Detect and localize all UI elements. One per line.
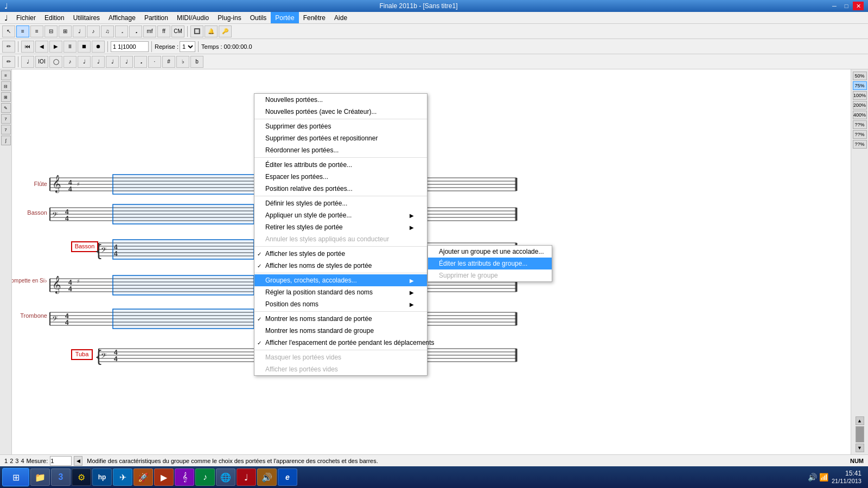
menu-regler-position[interactable]: Régler la position standard des noms▶ — [254, 286, 427, 298]
menu-nouvelles-portees[interactable]: Nouvelles portées... — [254, 94, 427, 106]
tool-staff-8[interactable]: 𝅗 — [115, 25, 128, 37]
taskbar-app6[interactable]: ♩ — [237, 468, 256, 486]
menu-outils[interactable]: Outils — [246, 12, 271, 23]
taskbar-app5[interactable]: ♪ — [195, 468, 215, 486]
menu-fichier[interactable]: Fichier — [12, 12, 40, 23]
taskbar-ie[interactable]: e — [278, 468, 297, 486]
tool-14[interactable]: 🔲 — [190, 25, 203, 37]
taskbar-app4[interactable]: ▶ — [154, 468, 174, 486]
menu-reordonner[interactable]: Réordonner les portées... — [254, 144, 427, 156]
tool-staff-5[interactable]: ♩ — [73, 25, 86, 37]
tool-staff-10[interactable]: mf — [143, 25, 156, 37]
tool-t14[interactable]: b — [190, 56, 203, 68]
tool-t7[interactable]: ♩ — [92, 56, 105, 68]
scroll-thumb[interactable] — [856, 426, 864, 442]
tool-t11[interactable]: · — [148, 56, 161, 68]
menu-nouvelles-portees-createur[interactable]: Nouvelles portées (avec le Créateur)... — [254, 106, 427, 118]
tool-t8[interactable]: ♩ — [106, 56, 119, 68]
menu-afficher-noms-styles[interactable]: ✓Afficher les noms de styles de portée — [254, 260, 427, 272]
tool-t5[interactable]: ♪ — [63, 56, 76, 68]
reprise-select[interactable]: 1 — [180, 41, 195, 52]
zoom-75[interactable]: 75% — [853, 81, 867, 90]
tool-t10[interactable]: 𝅘 — [134, 56, 147, 68]
zoom-custom2[interactable]: ??% — [853, 130, 867, 139]
taskbar-finale[interactable]: 𝄞 — [175, 468, 194, 486]
taskbar-app7[interactable]: 🔊 — [257, 468, 277, 486]
btn-rec[interactable]: ⏺ — [92, 41, 105, 53]
taskbar-app2[interactable]: ✈ — [113, 468, 132, 486]
tool-t13[interactable]: ♭ — [176, 56, 189, 68]
btn-prev[interactable]: ◀ — [35, 41, 48, 53]
taskbar-app1[interactable]: ⚙ — [72, 468, 91, 486]
taskbar-3d[interactable]: 3 — [51, 468, 71, 486]
measure-input[interactable] — [111, 41, 149, 52]
zoom-custom3[interactable]: ??% — [853, 140, 867, 149]
tool-staff-12[interactable]: CM — [171, 25, 184, 37]
menu-montrer-noms-portee[interactable]: ✓Montrer les noms standard de portée — [254, 313, 427, 325]
menu-edition[interactable]: Edition — [40, 12, 69, 23]
left-tool-7[interactable]: ∫ — [1, 136, 11, 145]
tool-t12[interactable]: # — [162, 56, 175, 68]
tool-staff-1[interactable]: ≡ — [16, 25, 29, 37]
taskbar-hp[interactable]: hp — [92, 468, 112, 486]
btn-play[interactable]: ▶ — [49, 41, 62, 53]
menu-position-noms[interactable]: Position des noms▶ — [254, 298, 427, 310]
left-tool-2[interactable]: ⊟ — [1, 81, 11, 91]
menu-definir-styles[interactable]: Définir les styles de portée... — [254, 197, 427, 209]
menu-position-relative[interactable]: Position relative des portées... — [254, 183, 427, 195]
submenu-ajouter-groupe[interactable]: Ajouter un groupe et une accolade... — [428, 246, 552, 258]
menu-editer-attributs-portee[interactable]: Éditer les attributs de portée... — [254, 159, 427, 171]
tool-t1[interactable]: ✏ — [2, 56, 15, 68]
tool-staff-4[interactable]: ⊞ — [59, 25, 72, 37]
tool-t2[interactable]: ♩ — [21, 56, 34, 68]
page-num-4[interactable]: 4 — [21, 458, 24, 464]
tool-staff-11[interactable]: ff — [157, 25, 170, 37]
mesure-prev[interactable]: ◀ — [74, 456, 82, 466]
scroll-down[interactable]: ▼ — [856, 444, 864, 452]
left-tool-3[interactable]: ⊞ — [1, 92, 11, 102]
left-tool-5[interactable]: 7 — [1, 114, 11, 124]
zoom-50[interactable]: 50% — [853, 72, 867, 80]
menu-utilitaires[interactable]: Utilitaires — [69, 12, 104, 23]
menu-espacer-portees[interactable]: Espacer les portées... — [254, 171, 427, 183]
close-button[interactable]: ✕ — [853, 2, 864, 10]
tool-t6[interactable]: ♩ — [78, 56, 91, 68]
page-num-3[interactable]: 3 — [15, 458, 18, 464]
left-tool-6[interactable]: 7 — [1, 125, 11, 134]
start-button[interactable]: ⊞ — [2, 468, 29, 486]
menu-partition[interactable]: Partition — [140, 12, 173, 23]
taskbar-chrome[interactable]: 🌐 — [216, 468, 235, 486]
menu-montrer-noms-groupe[interactable]: Montrer les noms standard de groupe — [254, 325, 427, 337]
zoom-200[interactable]: 200% — [853, 101, 867, 110]
zoom-400[interactable]: 400% — [853, 111, 867, 119]
btn-pause[interactable]: ⏸ — [63, 41, 76, 53]
page-num-1[interactable]: 1 — [4, 458, 8, 464]
zoom-custom1[interactable]: ??% — [853, 120, 867, 129]
menu-appliquer-style[interactable]: Appliquer un style de portée...▶ — [254, 209, 427, 221]
taskbar-app3[interactable]: 🚀 — [133, 468, 153, 486]
menu-fenetre[interactable]: Fenêtre — [299, 12, 330, 23]
btn-rewind[interactable]: ⏮ — [21, 41, 34, 53]
tool-t9[interactable]: ♩ — [120, 56, 133, 68]
tool-pencil[interactable]: ✏ — [2, 41, 15, 53]
tool-staff-6[interactable]: ♪ — [87, 25, 100, 37]
left-tool-1[interactable]: ≡ — [1, 70, 11, 80]
minimize-button[interactable]: ─ — [829, 2, 840, 10]
maximize-button[interactable]: □ — [841, 2, 852, 10]
btn-stop[interactable]: ⏹ — [78, 41, 91, 53]
tool-staff-3[interactable]: ⊟ — [44, 25, 58, 37]
tool-16[interactable]: 🔑 — [219, 25, 232, 37]
tool-15[interactable]: 🔔 — [205, 25, 218, 37]
tool-select[interactable]: ↖ — [2, 25, 15, 37]
tool-t3[interactable]: IOI — [35, 56, 48, 68]
page-num-2[interactable]: 2 — [10, 458, 13, 464]
zoom-100[interactable]: 100% — [853, 91, 867, 100]
scroll-up[interactable]: ▲ — [856, 416, 864, 425]
menu-groupes-crochets[interactable]: Groupes, crochets, accolades...▶ — [254, 274, 427, 286]
menu-portee[interactable]: Portée — [271, 12, 298, 23]
tool-staff-2[interactable]: ≡ — [30, 25, 43, 37]
menu-supprimer-repositionner[interactable]: Supprimer des portées et repositionner — [254, 132, 427, 144]
tool-staff-9[interactable]: 𝅘 — [129, 25, 142, 37]
mesure-input[interactable] — [50, 456, 72, 466]
menu-affichage[interactable]: Affichage — [104, 12, 140, 23]
